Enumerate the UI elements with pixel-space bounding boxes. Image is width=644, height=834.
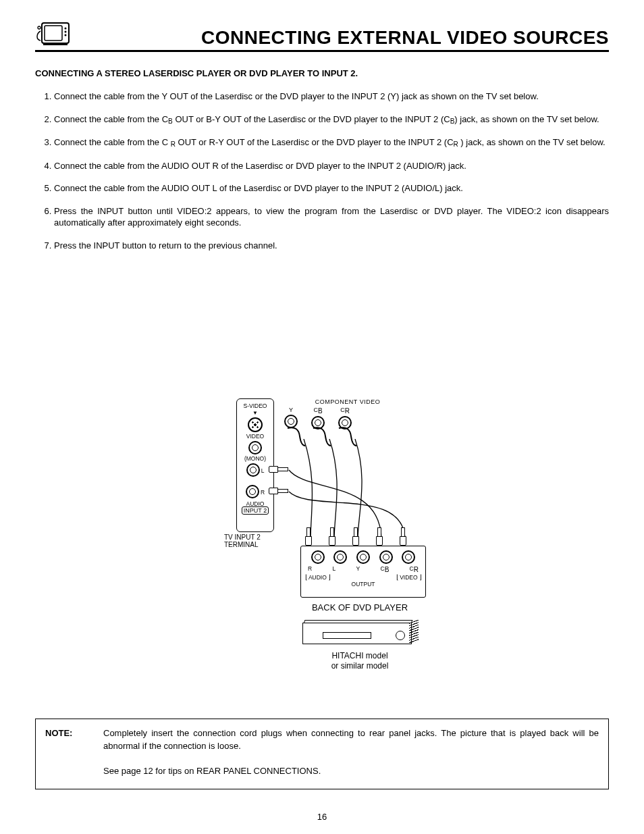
dvd-l-jack-icon	[333, 550, 347, 564]
input2-label: INPUT 2	[242, 506, 269, 515]
caption-line: HITACHI model	[331, 651, 387, 660]
svg-rect-1	[45, 26, 62, 41]
step-6: Press the INPUT button until VIDEO:2 app…	[54, 205, 609, 229]
step-text: Connect the cable from the Y OUT of the …	[54, 91, 539, 101]
dvd-y-label: Y	[356, 565, 360, 573]
caption-line: or similar model	[331, 661, 389, 671]
subscript: R	[414, 566, 419, 573]
tv-mascot-icon	[35, 18, 72, 49]
audio-l-jack-icon	[246, 463, 260, 477]
note-box: NOTE: Completely insert the connection c…	[35, 719, 609, 789]
note-text: Completely insert the connection cord pl…	[103, 727, 599, 753]
dvd-l-label: L	[332, 565, 336, 573]
component-video-label: COMPONENT VIDEO	[273, 398, 422, 405]
step-7: Press the INPUT button to return to the …	[54, 240, 609, 252]
subscript: R	[454, 140, 458, 148]
tv-terminal-caption: TV INPUT 2 TERMINAL	[224, 533, 275, 548]
instruction-list: Connect the cable from the Y OUT of the …	[42, 90, 609, 251]
video-jack-icon	[248, 441, 262, 454]
dvd-player-icon	[302, 617, 417, 648]
l-label: L	[261, 467, 265, 474]
rca-plug-icon	[329, 528, 334, 546]
step-text: Press the INPUT button to return to the …	[54, 240, 277, 251]
step-text: Connect the cable from the C	[54, 114, 168, 124]
manual-page: CONNECTING EXTERNAL VIDEO SOURCES CONNEC…	[0, 0, 644, 834]
step-text: Press the INPUT button until VIDEO:2 app…	[54, 206, 609, 228]
page-title: CONNECTING EXTERNAL VIDEO SOURCES	[72, 27, 609, 49]
dvd-r-jack-icon	[311, 550, 325, 564]
step-text: OUT or R-Y OUT of the Laserdisc or the D…	[176, 137, 454, 147]
page-number: 16	[0, 812, 644, 822]
tv-input2-terminal: S-VIDEO ▼ VIDEO (MONO) L R AUDIO INPUT 2	[236, 398, 274, 532]
caption-line: TERMINAL	[224, 541, 259, 548]
dvd-cb-jack-icon	[379, 550, 393, 564]
step-2: Connect the cable from the CB OUT or B-Y…	[54, 113, 609, 126]
rca-plug-icon	[400, 528, 405, 546]
svideo-jack-icon	[248, 417, 263, 432]
subscript: B	[168, 118, 173, 125]
step-text: Connect the cable from the AUDIO OUT L o…	[54, 183, 463, 193]
dvd-output-label: OUTPUT	[304, 581, 423, 588]
step-text: Connect the cable from the AUDIO OUT R o…	[54, 161, 466, 171]
caption-line: TV INPUT 2	[224, 533, 261, 541]
dvd-panel-caption: BACK OF DVD PLAYER	[300, 602, 419, 613]
y-label: Y	[284, 407, 298, 413]
step-1: Connect the cable from the Y OUT of the …	[54, 90, 609, 103]
rca-plug-icon	[305, 528, 311, 546]
audio-r-jack-icon	[246, 485, 259, 498]
note-reference: See page 12 for tips on REAR PANEL CONNE…	[103, 765, 599, 778]
dvd-cr-jack-icon	[402, 550, 415, 564]
svideo-label: S-VIDEO	[238, 402, 272, 409]
mono-label: (MONO)	[238, 455, 272, 462]
dvd-r-label: R	[308, 565, 312, 573]
note-label: NOTE:	[45, 727, 103, 753]
subscript: B	[318, 407, 323, 415]
video-label: VIDEO	[238, 433, 272, 440]
svg-point-6	[38, 26, 41, 29]
subscript: B	[385, 566, 390, 573]
subscript: R	[345, 407, 350, 415]
svg-point-3	[65, 28, 67, 30]
dvd-audio-label: AUDIO	[308, 574, 327, 581]
step-3: Connect the cable from the C R OUT or R-…	[54, 136, 609, 149]
dvd-y-jack-icon	[356, 550, 370, 564]
step-text: ) jack, as shown on the TV set below.	[458, 137, 606, 147]
step-text: OUT or B-Y OUT of the Laserdisc or the D…	[173, 114, 450, 124]
rca-plug-icon	[352, 528, 358, 546]
dvd-model-caption: HITACHI model or similar model	[300, 651, 419, 671]
rca-plug-icon	[376, 528, 381, 546]
step-text: Connect the cable from the C	[54, 137, 171, 147]
svg-point-5	[65, 34, 67, 36]
svg-point-4	[65, 31, 67, 33]
r-label: R	[261, 489, 265, 496]
step-4: Connect the cable from the AUDIO OUT R o…	[54, 160, 609, 172]
dvd-output-panel: R L Y CB CR ⌊ AUDIO ⌋ ⌊ VIDEO ⌋ OUTPUT	[300, 546, 426, 598]
step-text: ) jack, as shown on the TV set below.	[454, 114, 599, 124]
dvd-video-label: VIDEO	[400, 574, 417, 581]
step-5: Connect the cable from the AUDIO OUT L o…	[54, 182, 609, 194]
subscript: R	[171, 140, 176, 148]
page-header: CONNECTING EXTERNAL VIDEO SOURCES	[35, 18, 609, 52]
section-subtitle: CONNECTING A STEREO LASERDISC PLAYER OR …	[35, 68, 609, 78]
